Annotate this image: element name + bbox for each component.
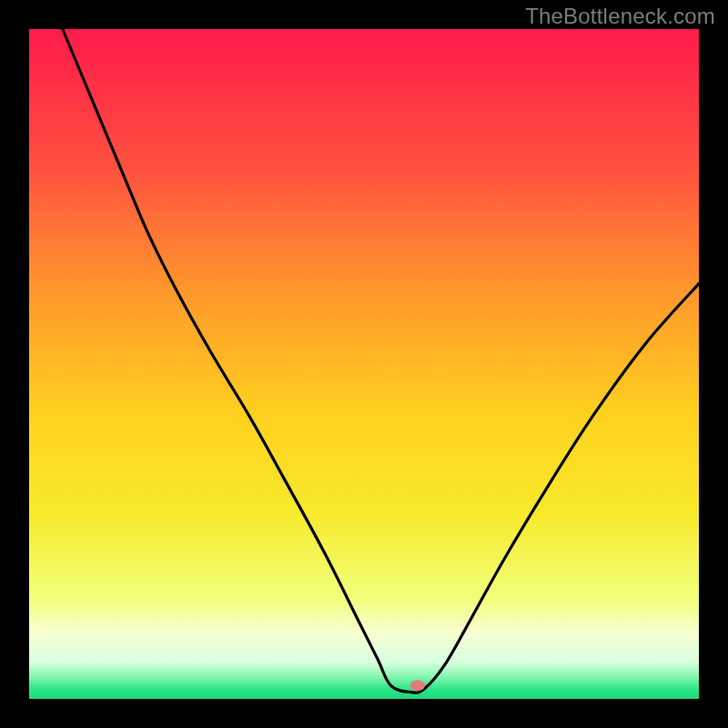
chart-frame: TheBottleneck.com xyxy=(0,0,728,728)
watermark-text: TheBottleneck.com xyxy=(525,4,715,29)
bottleneck-chart xyxy=(0,0,728,728)
selection-marker xyxy=(410,680,425,691)
plot-background xyxy=(29,29,699,699)
